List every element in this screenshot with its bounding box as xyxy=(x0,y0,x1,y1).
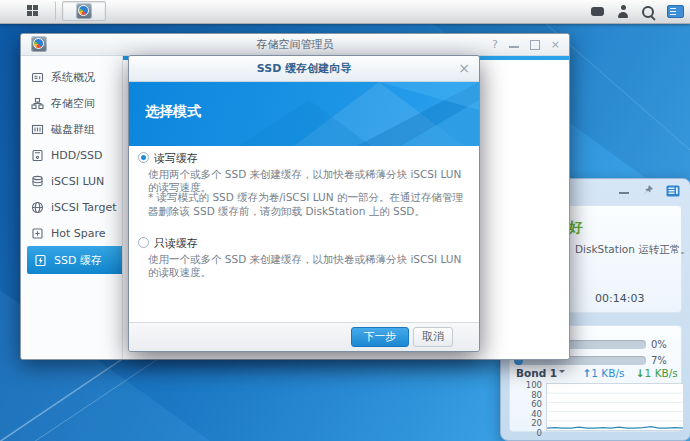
main-menu-button[interactable] xyxy=(12,1,56,21)
close-icon[interactable]: × xyxy=(458,56,470,81)
maximize-button[interactable] xyxy=(530,40,540,50)
usage-percent: 0% xyxy=(651,339,667,350)
storage-manager-icon xyxy=(31,36,47,52)
banner-facets xyxy=(239,82,479,146)
panel-icon[interactable] xyxy=(666,185,680,197)
apps-grid-icon xyxy=(27,5,40,18)
window-titlebar[interactable]: 存储空间管理员 ? × xyxy=(21,34,569,56)
option-description: 使用一个或多个 SSD 来创建缓存，以加快卷或稀薄分块 iSCSI LUN 的读… xyxy=(148,253,463,279)
sidebar: 系统概况 存储空间 磁盘群组 HDD/SSD iSCSI LUN iSCSI T… xyxy=(21,56,123,359)
iscsi-lun-icon xyxy=(31,175,44,188)
dialog-title: SSD 缓存创建向导 xyxy=(129,56,479,81)
usage-percent: 7% xyxy=(651,355,667,366)
radio-read-write-cache[interactable] xyxy=(138,152,149,163)
option-note: * 读写模式的 SSD 缓存为卷/iSCSI LUN 的一部分。在通过存储管理器… xyxy=(148,190,467,218)
dialog-banner: 选择模式 xyxy=(129,82,479,146)
dialog-content: 读写缓存 使用两个或多个 SSD 来创建缓存，以加快卷或稀薄分块 iSCSI L… xyxy=(129,146,479,323)
chevron-down-icon xyxy=(559,370,565,376)
volume-icon xyxy=(31,97,44,110)
download-speed: ↓1 KB/s xyxy=(636,367,678,379)
chart-y-axis: 100 80 60 40 20 0 xyxy=(518,381,542,439)
cancel-button[interactable]: 取消 xyxy=(413,327,453,347)
dialog-footer: 下一步 取消 xyxy=(129,322,479,351)
step-title: 选择模式 xyxy=(145,103,201,121)
dialog-titlebar[interactable]: SSD 缓存创建向导 × xyxy=(129,56,479,82)
health-message: DiskStation 运转正常。 xyxy=(575,243,690,257)
close-button[interactable]: × xyxy=(551,38,560,51)
taskbar xyxy=(0,0,690,24)
sidebar-item-disk-group[interactable]: 磁盘群组 xyxy=(21,116,122,142)
sidebar-item-hot-spare[interactable]: Hot Spare xyxy=(21,220,122,246)
sidebar-item-hdd-ssd[interactable]: HDD/SSD xyxy=(21,142,122,168)
sidebar-item-iscsi-target[interactable]: iSCSI Target xyxy=(21,194,122,220)
window-title: 存储空间管理员 xyxy=(21,34,569,55)
iscsi-target-icon xyxy=(31,201,44,214)
sidebar-item-ssd-cache[interactable]: SSD 缓存 xyxy=(27,246,122,274)
network-interface-dropdown[interactable]: Bond 1 xyxy=(516,367,565,379)
storage-manager-taskbar-button[interactable] xyxy=(62,1,106,21)
pin-icon[interactable] xyxy=(641,184,654,197)
upload-speed: ↑1 KB/s xyxy=(583,367,625,379)
minimize-icon[interactable] xyxy=(619,192,629,194)
sidebar-item-iscsi-lun[interactable]: iSCSI LUN xyxy=(21,168,122,194)
chat-icon[interactable] xyxy=(591,7,604,16)
next-button[interactable]: 下一步 xyxy=(351,327,409,347)
radio-label[interactable]: 读写缓存 xyxy=(154,151,198,166)
hot-spare-icon xyxy=(31,227,44,240)
storage-manager-icon xyxy=(76,3,92,19)
radio-read-only-cache[interactable] xyxy=(138,237,149,248)
hdd-icon xyxy=(31,149,44,162)
radio-label[interactable]: 只读缓存 xyxy=(154,236,198,251)
disk-group-icon xyxy=(31,123,44,136)
sidebar-item-system-overview[interactable]: 系统概况 xyxy=(21,64,122,90)
ssd-cache-wizard-dialog: SSD 缓存创建向导 × 选择模式 读写缓存 使用两个或多个 SSD 来创建缓存… xyxy=(128,55,480,352)
uptime-value: 00:14:03 xyxy=(595,292,644,305)
network-chart xyxy=(546,383,684,431)
overview-icon xyxy=(31,71,44,84)
user-icon[interactable] xyxy=(617,5,629,18)
pilot-view-icon[interactable] xyxy=(667,5,684,18)
search-icon[interactable] xyxy=(642,6,654,18)
help-button[interactable]: ? xyxy=(492,38,498,51)
minimize-button[interactable] xyxy=(509,46,519,48)
sidebar-item-storage-volume[interactable]: 存储空间 xyxy=(21,90,122,116)
ssd-cache-icon xyxy=(34,254,47,267)
